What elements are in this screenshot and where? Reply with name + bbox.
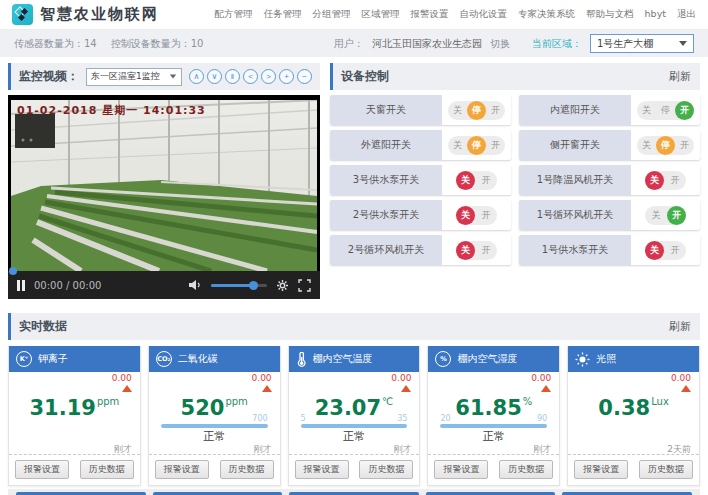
- nav-item[interactable]: 退出: [677, 8, 696, 21]
- realtime-section-title: 实时数据: [19, 318, 67, 335]
- toggle-option[interactable]: 开: [675, 101, 694, 120]
- toggle-option[interactable]: 停: [656, 101, 675, 120]
- sensor-name: 光照: [596, 352, 616, 366]
- ptz-zoom-out-button[interactable]: −: [297, 69, 312, 84]
- toggle-option[interactable]: 关: [448, 101, 467, 120]
- nav-item[interactable]: 区域管理: [362, 8, 400, 21]
- device-toggle[interactable]: 关开: [456, 241, 497, 260]
- status-bar: 传感器数量为：14 控制设备数量为：10 用户： 河北玉田国家农业生态园 切换 …: [0, 30, 708, 57]
- toggle-option[interactable]: 停: [656, 136, 675, 155]
- device-toggle[interactable]: 关停开: [637, 101, 694, 120]
- device-refresh-link[interactable]: 刷新: [669, 69, 691, 84]
- nav-item[interactable]: hbyt: [645, 8, 666, 21]
- ptz-zoom-in-button[interactable]: +: [279, 69, 294, 84]
- history-data-button[interactable]: 历史数据: [220, 460, 274, 479]
- device-toggle[interactable]: 关开: [456, 206, 497, 225]
- alarm-settings-button[interactable]: 报警设置: [295, 460, 349, 479]
- history-data-button[interactable]: 历史数据: [639, 460, 693, 479]
- alarm-settings-button[interactable]: 报警设置: [434, 460, 488, 479]
- nav-item[interactable]: 分组管理: [313, 8, 351, 21]
- brand-logo-icon: [12, 4, 33, 25]
- toggle-option[interactable]: 关: [456, 206, 475, 225]
- device-row: 3号供水泵开关关开: [330, 165, 511, 195]
- nav-item[interactable]: 任务管理: [264, 8, 302, 21]
- device-label: 侧开窗开关: [519, 130, 631, 160]
- ptz-pan-left-button[interactable]: <: [243, 69, 258, 84]
- realtime-refresh-link[interactable]: 刷新: [669, 319, 691, 334]
- alarm-settings-button[interactable]: 报警设置: [15, 460, 69, 479]
- sensor-name: 棚内空气温度: [313, 352, 373, 366]
- sensor-card: 棚内空气温度0.0023.07℃535正常刚才报警设置历史数据: [288, 346, 421, 486]
- ptz-pan-down-button[interactable]: ∨: [207, 69, 222, 84]
- alarm-settings-button[interactable]: 报警设置: [155, 460, 209, 479]
- top-bar: 智慧农业物联网 配方管理任务管理分组管理区域管理报警设置自动化设置专家决策系统帮…: [0, 0, 708, 30]
- realtime-section-bar: 实时数据 刷新: [8, 313, 700, 340]
- video-control-bar: 00:00 / 00:00: [8, 271, 320, 299]
- alarm-threshold-value: 0.00: [252, 374, 272, 383]
- alarm-settings-button[interactable]: 报警设置: [574, 460, 628, 479]
- history-data-button[interactable]: 历史数据: [359, 460, 413, 479]
- toggle-option[interactable]: 关: [645, 206, 667, 225]
- toggle-option[interactable]: 开: [667, 206, 686, 225]
- ptz-pan-right-button[interactable]: >: [261, 69, 276, 84]
- video-player[interactable]: 01-02-2018 星期一 14:01:33 00:00 / 00:00: [8, 95, 320, 299]
- video-progress-handle[interactable]: [9, 267, 17, 275]
- settings-gear-icon[interactable]: [276, 279, 289, 292]
- device-row: 2号供水泵开关关开: [330, 200, 511, 230]
- nav-item[interactable]: 配方管理: [215, 8, 253, 21]
- toggle-option[interactable]: 停: [467, 101, 486, 120]
- nav-item[interactable]: 专家决策系统: [518, 8, 575, 21]
- toggle-option[interactable]: 关: [645, 241, 664, 260]
- toggle-option[interactable]: 开: [475, 171, 497, 190]
- camera-select[interactable]: 东一区温室1监控: [86, 68, 182, 86]
- device-toggle[interactable]: 关开: [645, 206, 686, 225]
- toggle-option[interactable]: 开: [475, 206, 497, 225]
- device-toggle[interactable]: 关开: [645, 171, 686, 190]
- nav-item[interactable]: 帮助与文档: [586, 8, 634, 21]
- sensor-unit: Lux: [651, 396, 669, 407]
- toggle-option[interactable]: 关: [637, 101, 656, 120]
- sensor-card: K⁺钾离子0.0031.19ppm刚才报警设置历史数据: [8, 346, 141, 486]
- region-select[interactable]: 1号生产大棚: [590, 34, 694, 53]
- toggle-option[interactable]: 停: [467, 136, 486, 155]
- toggle-option[interactable]: 开: [486, 101, 505, 120]
- volume-icon[interactable]: [188, 279, 202, 291]
- history-data-button[interactable]: 历史数据: [499, 460, 553, 479]
- ptz-controls: ∧∨‖<>+−: [189, 69, 312, 84]
- toggle-option[interactable]: 关: [645, 171, 664, 190]
- device-toggle[interactable]: 关停开: [448, 136, 505, 155]
- video-timestamp-overlay: 01-02-2018 星期一 14:01:33: [17, 103, 206, 118]
- range-slider[interactable]: [161, 424, 268, 428]
- range-slider[interactable]: [440, 424, 547, 428]
- nav-item[interactable]: 报警设置: [411, 8, 449, 21]
- device-row: 外遮阳开关关停开: [330, 130, 511, 160]
- device-label: 1号循环风机开关: [519, 200, 631, 230]
- range-slider[interactable]: [301, 424, 408, 428]
- video-pause-button[interactable]: [17, 280, 25, 291]
- toggle-option[interactable]: 关: [456, 171, 475, 190]
- toggle-option[interactable]: 开: [664, 171, 686, 190]
- switch-user-link[interactable]: 切换: [490, 37, 510, 51]
- sensor-unit: ppm: [225, 396, 247, 407]
- nav-item[interactable]: 自动化设置: [460, 8, 508, 21]
- history-data-button[interactable]: 历史数据: [80, 460, 134, 479]
- device-label: 2号循环风机开关: [330, 235, 442, 265]
- toggle-option[interactable]: 开: [486, 136, 505, 155]
- device-toggle[interactable]: 关停开: [448, 101, 505, 120]
- sensor-status: 正常: [428, 430, 559, 443]
- ptz-pause-button[interactable]: ‖: [225, 69, 240, 84]
- device-toggle[interactable]: 关开: [456, 171, 497, 190]
- toggle-option[interactable]: 开: [475, 241, 497, 260]
- volume-slider[interactable]: [211, 284, 267, 287]
- toggle-option[interactable]: 开: [664, 241, 686, 260]
- toggle-option[interactable]: 关: [456, 241, 475, 260]
- device-toggle[interactable]: 关开: [645, 241, 686, 260]
- device-label: 3号供水泵开关: [330, 165, 442, 195]
- alarm-threshold-value: 0.00: [391, 374, 411, 383]
- toggle-option[interactable]: 关: [448, 136, 467, 155]
- device-toggle[interactable]: 关停开: [637, 136, 694, 155]
- toggle-option[interactable]: 关: [637, 136, 656, 155]
- toggle-option[interactable]: 开: [675, 136, 694, 155]
- fullscreen-icon[interactable]: [298, 279, 311, 292]
- ptz-pan-up-button[interactable]: ∧: [189, 69, 204, 84]
